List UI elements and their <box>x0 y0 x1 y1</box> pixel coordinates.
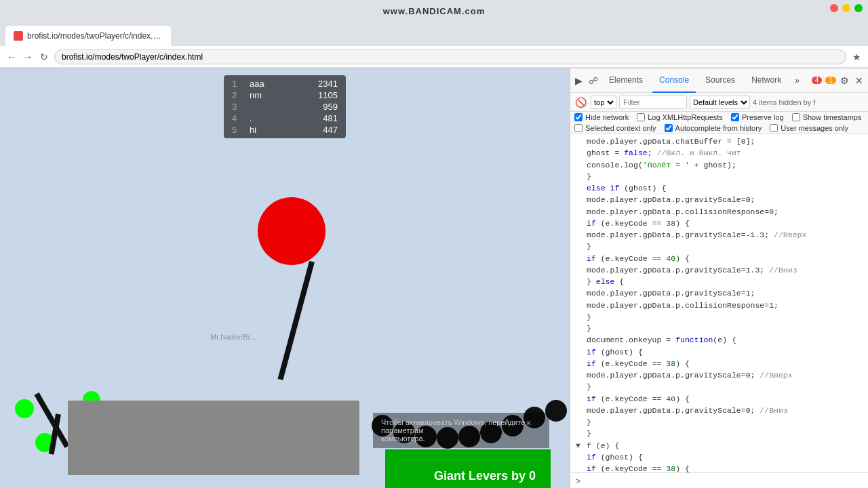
console-input[interactable] <box>585 476 863 486</box>
leaderboard: 1 aaa 2341 2 nm 1105 3 959 4 . 481 5 hi <box>224 75 346 138</box>
more-tabs-button[interactable]: » <box>791 73 804 88</box>
user-messages-option[interactable]: User messages only <box>770 124 848 132</box>
code-line: } <box>570 241 868 252</box>
code-line: document.onkeyup = function(e) { <box>570 334 868 346</box>
filter-input[interactable] <box>619 96 687 109</box>
tab-bar: brofist.io/modes/twoPlayer/c/index.html <box>0 22 868 46</box>
log-xmlhttp-checkbox[interactable] <box>637 113 645 121</box>
hide-network-checkbox[interactable] <box>574 113 583 121</box>
code-line: if (e.keyCode == 40) { <box>570 253 868 264</box>
code-line: ▼ f (e) { <box>570 440 868 451</box>
console-input-bar: > <box>570 472 868 488</box>
preserve-log-checkbox[interactable] <box>731 113 739 121</box>
selected-context-option[interactable]: Selected context only <box>574 124 656 132</box>
code-line: mode.player.gpData.p.gravityScale=0; //В… <box>570 405 868 416</box>
inspect-icon[interactable]: ▶ <box>573 73 585 88</box>
windows-activation: Чтобы активировать Windows, перейдите к … <box>373 413 549 448</box>
code-line: else if (ghost) { <box>570 182 868 194</box>
back-button[interactable]: ← <box>5 51 18 63</box>
red-ball <box>258 197 326 265</box>
show-timestamps-option[interactable]: Show timestamps <box>792 113 862 121</box>
rank: 2 <box>232 90 243 100</box>
code-line: mode.player.gpData.p.gravityScale=0; //В… <box>570 369 868 381</box>
log-xmlhttp-option[interactable]: Log XMLHttpRequests <box>637 113 723 121</box>
hidden-items-notice: 4 items hidden by f <box>753 98 815 106</box>
address-bar: ← → ↻ ★ <box>0 46 868 68</box>
main-layout: 1 aaa 2341 2 nm 1105 3 959 4 . 481 5 hi <box>0 68 868 488</box>
game-area: 1 aaa 2341 2 nm 1105 3 959 4 . 481 5 hi <box>0 68 570 488</box>
console-options: Hide network Log XMLHttpRequests Preserv… <box>570 112 868 134</box>
score: 959 <box>311 102 338 112</box>
bookmark-icon[interactable]: ★ <box>850 51 863 63</box>
device-toolbar-icon[interactable]: ☍ <box>588 73 600 88</box>
code-line: if (e.keyCode == 38) { <box>570 463 868 472</box>
score: 481 <box>311 113 338 123</box>
tab-console[interactable]: Console <box>652 68 696 93</box>
watermark: Mr.hackerBr... <box>210 333 256 341</box>
player-name <box>250 102 304 112</box>
selected-context-checkbox[interactable] <box>574 124 583 132</box>
code-line: } <box>570 323 868 334</box>
code-line: mode.player.gpData.p.gravityScale=1; <box>570 287 868 299</box>
reload-button[interactable]: ↻ <box>38 51 50 63</box>
devtools-toolbar: ▶ ☍ Elements Console Sources Network » 4… <box>570 68 868 93</box>
code-line: if (ghost) { <box>570 451 868 463</box>
list-item: 4 . 481 <box>232 113 338 124</box>
platform <box>68 401 359 475</box>
code-line: mode.player.gpData.p.collisionResponse=1… <box>570 300 868 311</box>
rank: 5 <box>232 125 243 135</box>
rank: 4 <box>232 113 243 123</box>
show-timestamps-checkbox[interactable] <box>792 113 800 121</box>
autocomplete-option[interactable]: Autocomplete from history <box>665 124 762 132</box>
devtools-panel: ▶ ☍ Elements Console Sources Network » 4… <box>570 68 868 488</box>
collapse-arrow[interactable]: ▼ <box>576 440 587 451</box>
code-line: } <box>570 416 868 428</box>
error-badge: 4 <box>812 77 823 84</box>
player-name: nm <box>250 90 304 100</box>
code-line: } else { <box>570 276 868 287</box>
console-filter-bar: 🚫 top Default levels 4 items hidden by f <box>570 93 868 112</box>
list-item: 5 hi 447 <box>232 124 338 136</box>
context-select[interactable]: top <box>591 96 616 109</box>
tab-favicon <box>14 31 23 41</box>
green-ball <box>15 399 34 418</box>
forward-button[interactable]: → <box>22 51 34 63</box>
log-level-select[interactable]: Default levels <box>690 96 750 109</box>
autocomplete-checkbox[interactable] <box>665 124 673 132</box>
code-line: ghost = false; //Вкл. и Выкл. чит <box>570 147 868 159</box>
code-line: mode.player.gpData.p.gravityScale=0; <box>570 194 868 205</box>
score: 447 <box>311 125 338 135</box>
close-devtools-icon[interactable]: ✕ <box>853 73 865 88</box>
rank: 3 <box>232 102 243 112</box>
preserve-log-option[interactable]: Preserve log <box>731 113 784 121</box>
user-messages-checkbox[interactable] <box>770 124 778 132</box>
tab-sources[interactable]: Sources <box>698 68 742 93</box>
score-banner: Giant Levers by 0 <box>434 469 536 483</box>
bandicam-watermark: www.BANDICAM.com <box>383 6 486 16</box>
list-item: 1 aaa 2341 <box>232 78 338 89</box>
settings-icon[interactable]: ⚙ <box>839 73 851 88</box>
activation-line2: компьютера. <box>381 434 541 443</box>
console-code-area: mode.player.gpData.chatBuffer = [0]; gho… <box>570 134 868 472</box>
rank: 1 <box>232 79 243 89</box>
stick-arm <box>278 261 315 380</box>
code-line: } <box>570 311 868 323</box>
list-item: 2 nm 1105 <box>232 89 338 101</box>
address-input[interactable] <box>54 49 846 64</box>
code-line: } <box>570 428 868 439</box>
player-name: . <box>250 113 304 123</box>
console-prompt: > <box>576 476 580 486</box>
hide-network-option[interactable]: Hide network <box>574 113 629 121</box>
tab-elements[interactable]: Elements <box>602 68 650 93</box>
active-tab[interactable]: brofist.io/modes/twoPlayer/c/index.html <box>5 26 171 46</box>
activation-line1: Чтобы активировать Windows, перейдите к … <box>381 418 541 434</box>
player-name: hi <box>250 125 304 135</box>
score: 2341 <box>311 79 338 89</box>
clear-console-icon[interactable]: 🚫 <box>573 95 588 110</box>
warning-badge: 1 <box>825 77 836 84</box>
player-name: aaa <box>250 79 304 89</box>
code-line: if (ghost) { <box>570 346 868 358</box>
tab-label: brofist.io/modes/twoPlayer/c/index.html <box>27 31 163 41</box>
tab-network[interactable]: Network <box>745 68 788 93</box>
code-line: mode.player.gpData.chatBuffer = [0]; <box>570 136 868 147</box>
